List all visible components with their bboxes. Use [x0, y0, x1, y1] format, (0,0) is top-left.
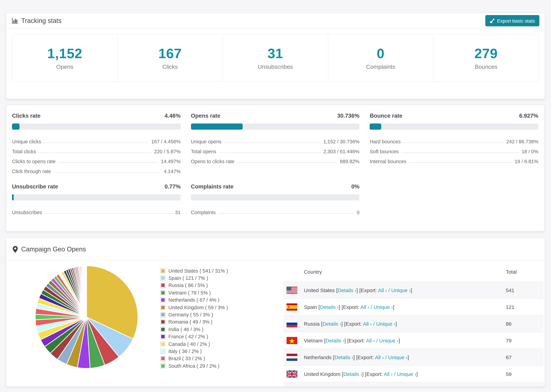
export-separator: / [375, 337, 379, 343]
map-pin-icon [13, 246, 18, 253]
vn-flag-icon [286, 337, 297, 344]
total-value: 86 [506, 321, 544, 327]
export-unique-link[interactable]: Unique › [374, 304, 393, 310]
export-all-link[interactable]: All › [366, 337, 375, 343]
rate-row-value: 1,152 / 30.736% [323, 139, 359, 144]
export-icon [490, 18, 495, 23]
legend-swatch [160, 320, 165, 325]
legend-swatch [160, 349, 165, 354]
export-unique-link[interactable]: Unique › [397, 371, 416, 377]
legend-swatch [160, 275, 165, 281]
details-link[interactable]: Details › [343, 371, 362, 377]
legend-swatch [160, 268, 165, 273]
summary-cell-bounces: 279Bounces [433, 35, 539, 81]
rate-row-label: Complaints [191, 210, 216, 215]
rate-value: 0% [351, 183, 360, 190]
legend-item: Spain ( 121 / 7% ) [160, 274, 228, 282]
bar-chart-icon [12, 17, 18, 24]
rate-row-value: 14.497% [161, 159, 181, 164]
dotted-leader [39, 153, 151, 153]
rate-row-value: 18 / 0% [522, 149, 538, 154]
dotted-leader [45, 213, 172, 214]
legend-item: United States ( 541 / 31% ) [160, 267, 228, 274]
rate-row: Internal bounces19 / 6.81% [370, 154, 538, 164]
dotted-leader [44, 143, 149, 143]
export-all-link[interactable]: All › [363, 321, 372, 327]
legend-label: Italy ( 36 / 2% ) [168, 349, 202, 354]
export-unique-link[interactable]: Unique › [376, 321, 396, 327]
page-title: Tracking stats [21, 17, 61, 24]
rates-card: Clicks rate4.46%Unique clicks167 / 4.456… [6, 105, 544, 231]
table-row: Germany [Details ›] [Export: All › / Uni… [283, 382, 544, 387]
rate-row: Total opens2,303 / 61.446% [191, 144, 359, 154]
rate-card-unsubscribe-rate: Unsubscribe rate0.77%Unsubscribes31 [12, 183, 181, 215]
legend-item: Germany ( 55 / 3% ) [160, 311, 228, 318]
export-all-link[interactable]: All › [360, 304, 369, 310]
dotted-leader [402, 153, 519, 153]
legend-label: Spain ( 121 / 7% ) [168, 275, 208, 281]
rate-row: Total clicks220 / 5.87% [12, 144, 181, 154]
legend-item: Brazil ( 33 / 2% ) [160, 355, 228, 362]
legend-label: Canada ( 40 / 2% ) [168, 341, 210, 347]
details-link[interactable]: Details › [338, 287, 356, 293]
rate-row-value: 4.147% [164, 169, 181, 174]
details-link[interactable]: Details › [322, 321, 341, 327]
export-basic-stats-button[interactable]: Export basic stats [485, 15, 539, 26]
export-unique-link[interactable]: Unique › [388, 354, 407, 360]
column-header-country: Country [304, 269, 506, 275]
pie-legend: United States ( 541 / 31% )Spain ( 121 /… [160, 267, 228, 370]
legend-item: Vietnam ( 79 / 5% ) [160, 289, 228, 296]
summary-cell-unsubscribes: 31Unsubscribes [223, 35, 328, 81]
rate-row-value: 167 / 4.456% [151, 139, 181, 144]
export-all-link[interactable]: All › [384, 371, 393, 377]
details-link[interactable]: Details › [334, 354, 353, 360]
tracking-stats-header: Tracking stats Export basic stats [6, 13, 545, 29]
export-unique-link[interactable]: Unique › [391, 287, 410, 293]
rate-title: Opens rate [191, 112, 220, 119]
pie-chart-svg [33, 264, 140, 371]
details-link[interactable]: Details › [325, 337, 344, 343]
rate-row-label: Unique clicks [12, 139, 41, 144]
legend-label: Germany ( 55 / 3% ) [168, 312, 213, 317]
country-name: Russia [304, 321, 320, 327]
rate-row-value: 2,303 / 61.446% [323, 149, 359, 154]
dotted-leader [54, 172, 161, 173]
country-name: Netherlands [304, 354, 332, 360]
legend-swatch [160, 334, 165, 339]
legend-item: Italy ( 36 / 2% ) [160, 348, 228, 355]
rate-row: Clicks to opens rate14.497% [12, 154, 181, 164]
rate-row: Unique opens1,152 / 30.736% [191, 134, 359, 144]
details-link[interactable]: Details › [320, 304, 339, 310]
geo-pie-chart [33, 264, 140, 371]
total-value: 121 [506, 304, 544, 310]
total-value: 67 [506, 354, 544, 360]
stat-value: 279 [474, 46, 498, 61]
progress-bar [370, 124, 538, 130]
country-name: United States [304, 287, 335, 293]
legend-swatch [160, 356, 165, 361]
stat-label: Opens [56, 63, 73, 70]
legend-item: France ( 42 / 2% ) [160, 333, 228, 340]
table-row: United States [Details ›] [Export: All ›… [283, 281, 544, 298]
rate-card-complaints-rate: Complaints rate0%Complaints0 [191, 183, 359, 215]
rate-row: Complaints0 [191, 205, 359, 215]
stat-value: 167 [158, 46, 182, 61]
rate-row: Click through rate4.147% [12, 164, 181, 174]
country-name: Spain [304, 304, 317, 310]
rate-row-label: Total clicks [12, 149, 36, 154]
geo-header: Campaign Geo Opens [6, 238, 545, 261]
rate-row-label: Clicks to opens rate [12, 159, 56, 164]
rate-row-value: 0 [357, 210, 360, 215]
rate-row-label: Total opens [191, 149, 216, 154]
rate-row-label: Soft bounces [370, 149, 399, 154]
progress-fill [12, 194, 14, 200]
legend-label: Vietnam ( 79 / 5% ) [168, 290, 211, 295]
legend-swatch [160, 290, 165, 295]
export-all-link[interactable]: All › [375, 354, 384, 360]
export-unique-link[interactable]: Unique › [379, 337, 399, 343]
legend-item: Canada ( 40 / 2% ) [160, 340, 228, 348]
summary-cell-complaints: 0Complaints [328, 35, 433, 81]
export-all-link[interactable]: All › [378, 287, 387, 293]
table-row: Vietnam [Details ›] [Export: All › / Uni… [283, 332, 544, 349]
total-value: 79 [506, 337, 544, 343]
